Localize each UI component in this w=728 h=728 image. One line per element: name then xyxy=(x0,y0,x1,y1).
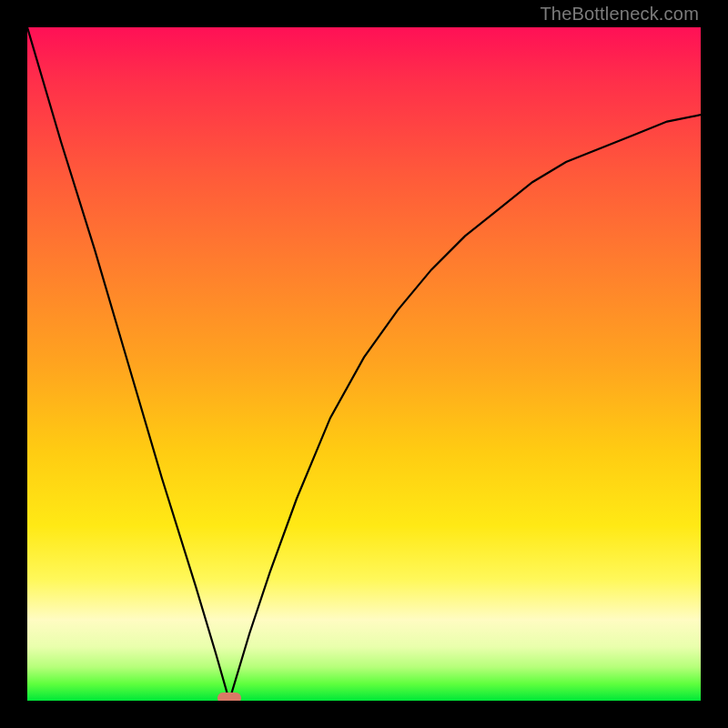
curve-svg xyxy=(27,27,701,701)
watermark-text: TheBottleneck.com xyxy=(540,4,699,25)
curve-right-branch xyxy=(229,115,701,701)
min-marker xyxy=(217,693,241,701)
curve-left-branch xyxy=(27,27,229,701)
plot-area xyxy=(27,27,701,701)
chart-frame: TheBottleneck.com xyxy=(0,0,728,728)
